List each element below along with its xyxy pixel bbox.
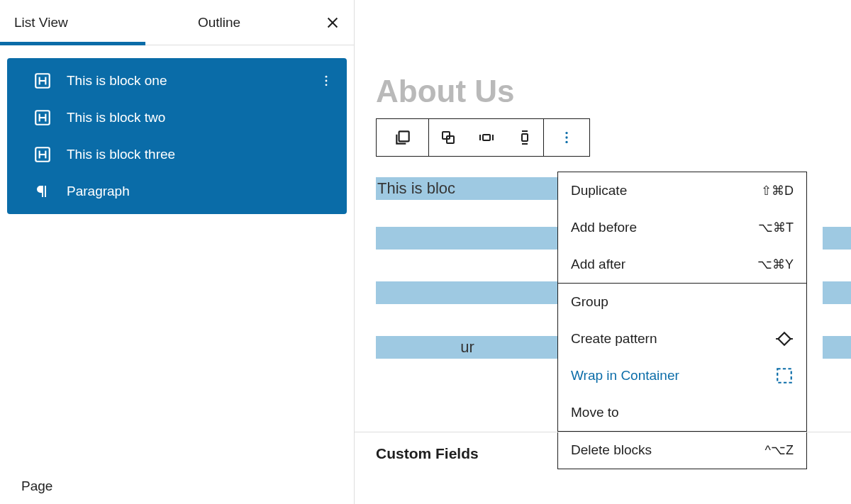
close-icon xyxy=(325,15,340,30)
breadcrumb[interactable]: Page xyxy=(0,469,354,504)
block-toolbar xyxy=(376,118,590,157)
toolbar-row-button[interactable] xyxy=(467,119,506,156)
menu-item-move-to[interactable]: Move to xyxy=(558,394,806,431)
menu-shortcut: ⌥⌘Y xyxy=(757,257,794,272)
editor-canvas: About Us This is bloc ur Duplicate ⇧⌘D xyxy=(355,0,851,504)
menu-item-label: Group xyxy=(571,294,608,310)
group-icon xyxy=(440,129,457,146)
menu-item-wrap-container[interactable]: Wrap in Container xyxy=(558,357,806,394)
list-item-label: This is block one xyxy=(67,73,167,89)
selected-block[interactable] xyxy=(823,336,851,359)
block-text: ur xyxy=(376,336,557,359)
column-icon xyxy=(516,129,533,146)
menu-item-label: Delete blocks xyxy=(571,442,652,458)
toolbar-options-button[interactable] xyxy=(544,119,589,156)
svg-point-23 xyxy=(565,136,567,138)
menu-item-label: Wrap in Container xyxy=(571,368,679,383)
tab-list-view[interactable]: List View xyxy=(0,0,145,45)
create-pattern-icon xyxy=(775,330,794,348)
menu-item-label: Duplicate xyxy=(571,183,627,198)
selected-block[interactable] xyxy=(376,227,557,250)
stack-icon xyxy=(394,128,412,147)
toolbar-block-type-button[interactable] xyxy=(377,119,429,156)
menu-shortcut: ⇧⌘D xyxy=(761,183,794,198)
selected-block[interactable] xyxy=(823,227,851,250)
custom-fields-divider xyxy=(355,432,851,432)
list-item-label: This is block two xyxy=(67,110,165,125)
more-vertical-icon xyxy=(559,130,574,145)
row-options-button[interactable] xyxy=(316,74,337,88)
menu-item-delete-blocks[interactable]: Delete blocks ^⌥Z xyxy=(558,432,806,469)
selected-block[interactable]: This is bloc xyxy=(376,177,557,200)
svg-point-7 xyxy=(326,80,328,82)
list-item-label: Paragraph xyxy=(67,184,130,199)
block-text: This is bloc xyxy=(376,179,455,197)
svg-rect-25 xyxy=(777,369,791,383)
heading-icon xyxy=(33,108,52,128)
list-item[interactable]: This is block three xyxy=(7,136,347,173)
sidebar-tabs: List View Outline xyxy=(0,0,354,45)
more-vertical-icon xyxy=(319,74,333,88)
svg-point-6 xyxy=(326,76,328,78)
heading-icon xyxy=(33,145,52,164)
svg-point-8 xyxy=(326,84,328,86)
menu-item-label: Add after xyxy=(571,257,625,272)
menu-shortcut: ^⌥Z xyxy=(765,442,794,458)
page-title[interactable]: About Us xyxy=(376,74,515,109)
toolbar-group-button[interactable] xyxy=(429,119,467,156)
menu-item-add-after[interactable]: Add after ⌥⌘Y xyxy=(558,246,806,283)
container-icon xyxy=(775,366,794,385)
svg-point-22 xyxy=(565,132,567,134)
svg-rect-21 xyxy=(522,134,528,141)
menu-item-label: Move to xyxy=(571,405,619,420)
tab-outline[interactable]: Outline xyxy=(145,0,293,45)
menu-item-label: Create pattern xyxy=(571,331,657,347)
custom-fields-heading[interactable]: Custom Fields xyxy=(376,445,479,462)
block-list: This is block one This is block two This… xyxy=(7,58,347,214)
menu-item-duplicate[interactable]: Duplicate ⇧⌘D xyxy=(558,172,806,209)
menu-item-create-pattern[interactable]: Create pattern xyxy=(558,320,806,357)
selected-block[interactable] xyxy=(823,281,851,304)
paragraph-icon xyxy=(33,181,52,201)
sidebar: List View Outline This is block one This… xyxy=(0,0,355,504)
menu-item-group[interactable]: Group xyxy=(558,284,806,320)
svg-rect-17 xyxy=(399,131,408,141)
menu-shortcut: ⌥⌘T xyxy=(758,220,794,235)
block-context-menu: Duplicate ⇧⌘D Add before ⌥⌘T Add after ⌥… xyxy=(557,172,807,469)
selected-block[interactable]: ur xyxy=(376,336,557,359)
list-item[interactable]: This is block two xyxy=(7,99,347,136)
toolbar-stack-button[interactable] xyxy=(506,119,544,156)
menu-item-label: Add before xyxy=(571,220,637,235)
list-item-label: This is block three xyxy=(67,147,175,162)
close-button[interactable] xyxy=(311,0,354,45)
list-item[interactable]: This is block one xyxy=(7,62,347,99)
svg-point-24 xyxy=(565,141,567,143)
row-icon xyxy=(478,129,495,146)
selected-block[interactable] xyxy=(376,281,557,304)
heading-icon xyxy=(33,71,52,91)
list-item[interactable]: Paragraph xyxy=(7,173,347,210)
menu-item-add-before[interactable]: Add before ⌥⌘T xyxy=(558,209,806,246)
svg-rect-20 xyxy=(483,135,490,140)
